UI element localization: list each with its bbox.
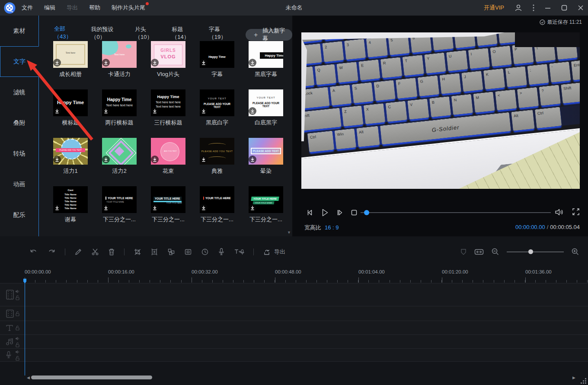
sidebar-item-filters[interactable]: 滤镜 bbox=[0, 77, 38, 108]
export-button[interactable]: 导出 bbox=[263, 248, 285, 256]
delete-icon[interactable] bbox=[108, 248, 115, 256]
template-card[interactable]: YOUR TITLE HERE YOUR TITLE NAME 下三分之一... bbox=[249, 186, 283, 235]
template-thumbnail[interactable]: PLEASE ADD YOU TEXT bbox=[200, 138, 234, 165]
zoom-region-icon[interactable] bbox=[150, 248, 158, 256]
download-icon[interactable] bbox=[53, 156, 61, 163]
track-lock-icon[interactable] bbox=[15, 356, 20, 361]
mosaic-icon[interactable] bbox=[167, 248, 175, 256]
account-icon[interactable] bbox=[514, 4, 522, 12]
template-card[interactable]: PLEASE ADD TEXT 晕染 bbox=[249, 138, 283, 186]
download-icon[interactable] bbox=[151, 107, 159, 115]
menu-file[interactable]: 文件 bbox=[22, 4, 33, 12]
sidebar-item-media[interactable]: 素材 bbox=[0, 16, 38, 46]
edit-icon[interactable] bbox=[74, 248, 82, 256]
split-scissors-icon[interactable] bbox=[91, 248, 99, 256]
track-lock-icon[interactable] bbox=[15, 342, 20, 347]
sidebar-item-transitions[interactable]: 转场 bbox=[0, 138, 38, 169]
voiceover-icon[interactable] bbox=[218, 248, 225, 256]
template-card[interactable]: YOUR TITLE HERE YOUR TITLE NAME 下三分之一... bbox=[151, 186, 185, 235]
more-menu-icon[interactable] bbox=[533, 4, 534, 11]
scrollbar-thumb[interactable] bbox=[31, 375, 152, 379]
voiceover-track[interactable] bbox=[0, 349, 588, 362]
template-card[interactable]: Happy Time Text here text here 两行横标题 bbox=[102, 89, 137, 138]
timeline-ruler[interactable]: 00:00:00.00 00:00:16.00 00:00:32.00 00:0… bbox=[0, 267, 588, 283]
vip-button[interactable]: 开通VIP bbox=[484, 4, 504, 12]
template-thumbnail[interactable]: YOUR TEXT PLEASE ADD YOUR TEXT bbox=[200, 89, 234, 116]
freeze-frame-icon[interactable] bbox=[184, 248, 192, 256]
minimize-button[interactable] bbox=[545, 5, 551, 11]
text-track[interactable] bbox=[0, 321, 588, 335]
template-card[interactable]: GIRLS VLOG Vlog片头 bbox=[151, 41, 185, 89]
download-icon[interactable] bbox=[102, 204, 110, 212]
download-icon[interactable] bbox=[200, 156, 208, 163]
download-icon[interactable] bbox=[151, 204, 159, 212]
download-icon[interactable] bbox=[102, 156, 110, 163]
marker-icon[interactable] bbox=[460, 248, 467, 256]
template-card[interactable]: Cast Title Name Title Name Title Name Ti… bbox=[53, 186, 88, 235]
track-volume-icon[interactable] bbox=[15, 336, 20, 341]
duration-icon[interactable] bbox=[201, 248, 209, 256]
template-thumbnail[interactable]: Cast Title Name Title Name Title Name Ti… bbox=[53, 186, 88, 213]
menu-intro-outro[interactable]: 制作片头片尾 bbox=[112, 4, 145, 12]
template-card[interactable]: YOUR TEXT PLEASE ADD YOUR TEXT 白底黑字 bbox=[249, 89, 283, 138]
template-thumbnail[interactable]: Text here bbox=[102, 41, 137, 68]
template-thumbnail[interactable]: YOUR TITLE HERE YOUR TITLE NAME bbox=[102, 186, 137, 213]
maximize-button[interactable] bbox=[561, 5, 567, 11]
track-volume-icon[interactable] bbox=[15, 289, 20, 294]
download-icon[interactable] bbox=[200, 59, 208, 67]
crop-icon[interactable] bbox=[134, 248, 141, 256]
playhead[interactable] bbox=[25, 279, 25, 375]
template-card[interactable]: YOUR TEXT PLEASE ADD YOUR TEXT 黑底白字 bbox=[200, 89, 234, 138]
sidebar-item-overlays[interactable]: 叠附 bbox=[0, 108, 38, 138]
template-thumbnail[interactable]: Happy Time bbox=[53, 89, 88, 116]
menu-help[interactable]: 帮助 bbox=[89, 4, 100, 12]
download-icon[interactable] bbox=[249, 204, 256, 212]
sidebar-item-animation[interactable]: 动画 bbox=[0, 169, 38, 200]
scroll-left-icon[interactable]: ◀ bbox=[27, 375, 30, 380]
preview-progress-bar[interactable] bbox=[361, 212, 551, 213]
volume-icon[interactable] bbox=[554, 207, 564, 217]
resize-grip[interactable] bbox=[581, 378, 587, 384]
next-frame-button[interactable] bbox=[336, 208, 344, 217]
redo-icon[interactable] bbox=[47, 248, 56, 256]
track-volume-icon[interactable] bbox=[15, 350, 20, 354]
download-icon[interactable] bbox=[200, 107, 208, 115]
scroll-down-icon[interactable]: ▼ bbox=[287, 230, 291, 235]
download-icon[interactable] bbox=[249, 59, 256, 67]
zoom-slider-handle[interactable] bbox=[528, 249, 533, 254]
previous-frame-button[interactable] bbox=[305, 208, 314, 217]
scroll-right-icon[interactable]: ▶ bbox=[572, 375, 575, 380]
sidebar-item-music[interactable]: 配乐 bbox=[0, 200, 38, 230]
template-thumbnail[interactable]: PLEASE ADD YOU TEXT bbox=[53, 138, 88, 165]
template-card[interactable]: Happy Time 黑底字幕 bbox=[249, 41, 283, 89]
download-icon[interactable] bbox=[151, 59, 159, 67]
horizontal-scrollbar[interactable]: ◀ ▶ bbox=[0, 375, 588, 381]
video-preview[interactable]: EscF1F2F3F4F5F6F7F8F9~1234567890-=TabQWE… bbox=[301, 32, 580, 189]
play-button[interactable] bbox=[320, 208, 329, 217]
sidebar-item-text[interactable]: 文字 bbox=[0, 46, 39, 77]
template-thumbnail[interactable]: YOUR TITLE HERE your title name bbox=[200, 186, 234, 213]
template-card[interactable]: Text here 卡通活力 bbox=[102, 41, 137, 89]
timeline-zoom-slider[interactable] bbox=[507, 251, 564, 252]
undo-icon[interactable] bbox=[29, 248, 38, 256]
track-lock-icon[interactable] bbox=[15, 311, 20, 316]
track-lock-icon[interactable] bbox=[15, 295, 20, 300]
template-thumbnail[interactable]: Happy Time bbox=[249, 41, 283, 68]
overlay-track[interactable] bbox=[0, 306, 588, 321]
template-thumbnail[interactable]: Happy Time bbox=[200, 41, 234, 68]
download-icon[interactable] bbox=[249, 156, 256, 163]
aspect-ratio[interactable]: 宽高比16 : 9 bbox=[304, 224, 339, 232]
template-thumbnail[interactable]: GIRLS VLOG bbox=[151, 41, 185, 68]
stop-button[interactable] bbox=[350, 209, 358, 216]
progress-handle[interactable] bbox=[364, 210, 369, 215]
download-icon[interactable] bbox=[102, 107, 110, 115]
fit-timeline-icon[interactable] bbox=[474, 248, 484, 256]
template-thumbnail[interactable]: Happy Time Text here text here Text here… bbox=[151, 89, 185, 116]
template-card[interactable]: Text here 成长相册 bbox=[53, 41, 88, 89]
music-track[interactable] bbox=[0, 335, 588, 349]
download-icon[interactable] bbox=[53, 59, 61, 67]
zoom-out-icon[interactable] bbox=[491, 248, 499, 256]
template-thumbnail[interactable] bbox=[102, 138, 137, 165]
template-card[interactable]: ADD YOU TEXT 花束 bbox=[151, 138, 185, 186]
video-track[interactable] bbox=[0, 283, 588, 306]
